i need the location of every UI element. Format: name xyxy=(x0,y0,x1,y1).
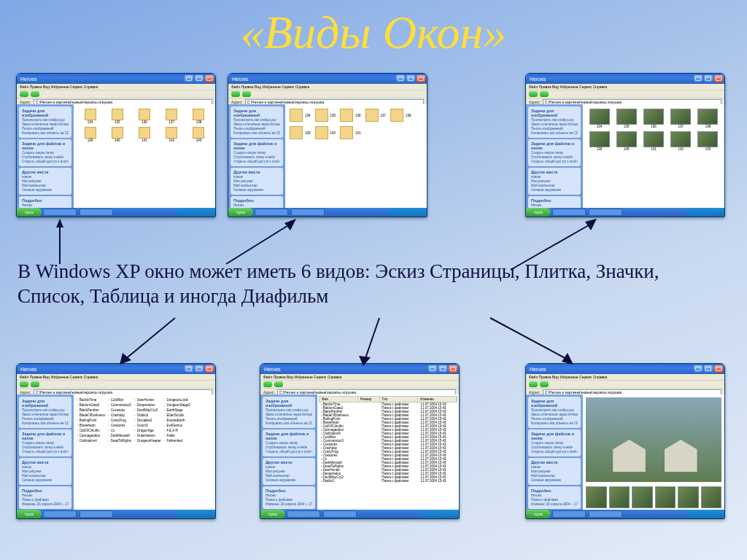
close-button[interactable] xyxy=(417,75,425,82)
folder-content[interactable] xyxy=(583,394,724,510)
window-caption: Heroes xyxy=(262,367,427,372)
window-caption: Heroes xyxy=(18,77,183,82)
close-button[interactable] xyxy=(205,365,214,373)
start-button[interactable]: пуск xyxy=(17,208,42,217)
window-caption: Heroes xyxy=(527,77,692,82)
window-caption: Heroes xyxy=(18,367,183,372)
forward-button[interactable] xyxy=(31,91,39,97)
close-button[interactable] xyxy=(714,75,723,82)
taskbar-button[interactable] xyxy=(255,209,288,216)
start-button[interactable]: пуск xyxy=(526,208,551,217)
forward-button[interactable] xyxy=(540,91,549,97)
system-tray[interactable] xyxy=(686,208,724,217)
taskbar-button[interactable] xyxy=(80,209,113,216)
taskbar-button[interactable] xyxy=(287,510,320,518)
menu-bar[interactable]: Файл Правка Вид Избранное Сервис Справка xyxy=(260,374,459,381)
maximize-button[interactable] xyxy=(438,365,447,373)
minimize-button[interactable] xyxy=(185,75,193,82)
tasks-panel: Задачи для изображенийПросмотреть как сл… xyxy=(17,394,74,510)
back-button[interactable] xyxy=(263,381,272,387)
system-tray[interactable] xyxy=(389,208,427,217)
minimize-button[interactable] xyxy=(428,365,437,373)
back-button[interactable] xyxy=(529,381,538,387)
taskbar-button[interactable] xyxy=(80,510,113,518)
taskbar-button[interactable] xyxy=(589,209,622,216)
tasks-panel: Задачи для изображенийПросмотреть как сл… xyxy=(526,104,583,208)
close-button[interactable] xyxy=(205,75,214,82)
maximize-button[interactable] xyxy=(704,365,713,373)
system-tray[interactable] xyxy=(686,510,724,518)
svg-line-8 xyxy=(365,318,379,360)
taskbar-button[interactable] xyxy=(552,209,586,216)
back-button[interactable] xyxy=(20,91,28,97)
maximize-button[interactable] xyxy=(195,75,204,82)
system-tray[interactable] xyxy=(421,510,459,518)
slide-body-text: В Windows XP окно может иметь 6 видов: Э… xyxy=(18,260,729,309)
forward-button[interactable] xyxy=(31,381,39,387)
close-button[interactable] xyxy=(714,365,723,373)
maximize-button[interactable] xyxy=(406,75,415,82)
back-button[interactable] xyxy=(529,91,538,97)
forward-button[interactable] xyxy=(274,381,283,387)
svg-line-10 xyxy=(490,318,569,360)
taskbar-button[interactable] xyxy=(589,510,622,518)
nav-toolbar[interactable] xyxy=(228,90,427,98)
slide-title: «Виды Окон» xyxy=(0,6,747,60)
minimize-button[interactable] xyxy=(694,75,703,82)
menu-bar[interactable]: Файл Правка Вид Избранное Сервис Справка xyxy=(17,84,215,90)
start-button[interactable]: пуск xyxy=(228,208,253,217)
window-details-view: Heroes Файл Правка Вид Избранное Сервис … xyxy=(260,363,460,519)
folder-content[interactable]: 134135136137138139140141 xyxy=(285,104,427,208)
taskbar-button[interactable] xyxy=(323,510,357,518)
taskbar-button[interactable] xyxy=(291,209,325,216)
taskbar-button[interactable] xyxy=(552,510,586,518)
svg-line-2 xyxy=(226,223,292,264)
minimize-button[interactable] xyxy=(694,365,703,373)
menu-bar[interactable]: Файл Правка Вид Избранное Сервис Справка xyxy=(526,84,724,90)
start-button[interactable]: пуск xyxy=(526,510,551,518)
menu-bar[interactable]: Файл Правка Вид Избранное Сервис Справка xyxy=(228,84,427,90)
system-tray[interactable] xyxy=(177,208,215,217)
svg-marker-3 xyxy=(285,219,296,230)
window-list-view: Heroes Файл Правка Вид Избранное Сервис … xyxy=(16,363,216,519)
forward-button[interactable] xyxy=(540,381,549,387)
tasks-panel: Задачи для изображенийПросмотреть как сл… xyxy=(526,394,583,510)
window-caption: Heroes xyxy=(527,367,692,372)
taskbar-button[interactable] xyxy=(43,510,77,518)
nav-toolbar[interactable] xyxy=(17,90,215,98)
nav-toolbar[interactable] xyxy=(526,90,724,98)
maximize-button[interactable] xyxy=(195,365,204,373)
nav-toolbar[interactable] xyxy=(17,381,215,389)
taskbar-button[interactable] xyxy=(43,209,77,216)
tasks-panel: Задачи для изображенийПросмотреть как сл… xyxy=(260,394,317,510)
menu-bar[interactable]: Файл Правка Вид Избранное Сервис Справка xyxy=(17,374,215,381)
svg-line-6 xyxy=(124,318,175,360)
minimize-button[interactable] xyxy=(185,365,193,373)
system-tray[interactable] xyxy=(177,510,215,518)
window-filmstrip-view: Heroes Файл Правка Вид Избранное Сервис … xyxy=(525,363,725,519)
back-button[interactable] xyxy=(20,381,28,387)
forward-button[interactable] xyxy=(242,91,251,97)
menu-bar[interactable]: Файл Правка Вид Избранное Сервис Справка xyxy=(526,374,724,381)
minimize-button[interactable] xyxy=(396,75,405,82)
window-icons-view: Heroes Файл Правка Вид Избранное Сервис … xyxy=(16,73,216,217)
svg-marker-1 xyxy=(56,219,63,228)
maximize-button[interactable] xyxy=(704,75,713,82)
nav-toolbar[interactable] xyxy=(260,381,459,389)
start-button[interactable]: пуск xyxy=(260,510,285,518)
close-button[interactable] xyxy=(449,365,457,373)
window-tiles-view: Heroes Файл Правка Вид Избранное Сервис … xyxy=(228,73,427,217)
back-button[interactable] xyxy=(231,91,240,97)
folder-content[interactable]: ИмяРазмерТипИзменен ▫ BackInTimeПапка с … xyxy=(317,394,459,510)
window-thumbnails-view: Heroes Файл Правка Вид Избранное Сервис … xyxy=(525,73,725,217)
folder-content[interactable]: BackInTimeBaldursGate2BlackPantherBladeO… xyxy=(74,394,215,510)
tasks-panel: Задачи для изображенийПросмотреть как сл… xyxy=(228,104,285,208)
tasks-panel: Задачи для изображенийПросмотреть как сл… xyxy=(17,104,74,208)
folder-content[interactable]: 134135136137138139140141142143 xyxy=(583,104,724,208)
folder-content[interactable]: 134135136137138139140141142143 xyxy=(74,104,215,208)
window-caption: Heroes xyxy=(230,77,395,82)
svg-marker-5 xyxy=(585,219,597,230)
start-button[interactable]: пуск xyxy=(17,510,42,518)
nav-toolbar[interactable] xyxy=(526,381,724,389)
